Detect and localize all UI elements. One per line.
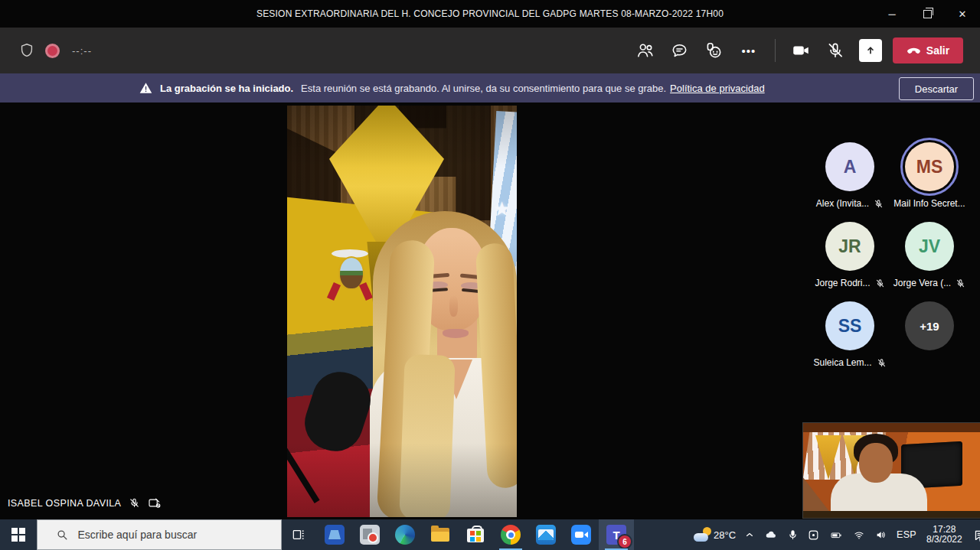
participant-name: Jorge Vera (... (893, 278, 951, 288)
window-title: SESION EXTRAORDINARIA DEL H. CONCEJO PRO… (0, 0, 980, 28)
volume-tray[interactable] (871, 519, 891, 550)
wifi-icon (852, 529, 866, 541)
camera-button[interactable] (784, 28, 818, 73)
chat-icon (670, 41, 689, 60)
toolbar-divider (775, 39, 776, 62)
flag-star: ★ (493, 197, 511, 221)
windows-logo-icon (11, 528, 25, 542)
man-face (859, 443, 893, 483)
minimize-icon: ─ (888, 8, 895, 20)
participants-button[interactable] (629, 28, 662, 73)
participant-initials: JR (838, 236, 861, 257)
participant-name: Alex (Invita... (816, 198, 869, 209)
clock[interactable]: 17:28 8/3/2022 (922, 519, 967, 550)
banner-message: Esta reunión se está grabando. Al unirse… (301, 83, 666, 94)
restore-button[interactable] (910, 0, 945, 28)
battery-icon (828, 529, 844, 541)
recording-banner: La grabación se ha iniciado. Esta reunió… (0, 73, 980, 103)
participant-avatar: JV (905, 222, 954, 271)
privacy-policy-link[interactable]: Política de privacidad (670, 83, 765, 94)
start-button[interactable] (0, 519, 37, 550)
onedrive-tray[interactable] (760, 519, 782, 550)
mic-off-icon (874, 199, 884, 209)
people-icon (635, 41, 655, 60)
action-center-button[interactable]: 2 (969, 519, 980, 550)
task-view-button[interactable] (282, 519, 315, 550)
raise-hand-icon (704, 41, 724, 60)
mic-off-icon (956, 278, 965, 288)
file-explorer-icon (430, 525, 450, 545)
chat-button[interactable] (663, 28, 695, 73)
share-button[interactable] (854, 28, 887, 73)
meeting-timer: --:-- (64, 28, 100, 73)
participant-tile[interactable]: MS Mail Info Secret... (890, 142, 969, 217)
participant-tile[interactable]: A Alex (Invita... (810, 142, 890, 217)
main-speaker-video[interactable]: ★ (287, 106, 517, 517)
search-input[interactable] (77, 528, 263, 542)
scanner-app-icon (325, 525, 345, 545)
more-options-button[interactable]: ••• (732, 28, 766, 73)
reactions-button[interactable] (697, 28, 730, 73)
participant-name: Suleica Lem... (813, 357, 871, 368)
taskbar-app-store[interactable] (458, 519, 493, 550)
network-tray[interactable] (849, 519, 869, 550)
mic-off-icon (825, 41, 845, 60)
participant-initials: SS (838, 316, 862, 337)
participant-overflow-tile[interactable]: +19 (890, 301, 969, 376)
speaker-name-overlay: ISABEL OSPINA DAVILA (8, 497, 161, 509)
shield-icon (18, 42, 35, 59)
mic-off-icon (877, 358, 887, 368)
overflow-count: +19 (920, 320, 939, 333)
participant-initials: A (844, 157, 857, 177)
dismiss-button[interactable]: Descartar (899, 77, 974, 100)
chevron-up-icon (744, 529, 755, 540)
participant-name: Mail Info Secret... (893, 198, 965, 209)
taskbar-app-zoom[interactable] (564, 519, 599, 550)
ink-workspace-tray[interactable] (804, 519, 823, 550)
hidden-icons-button[interactable] (741, 519, 758, 550)
security-button[interactable] (14, 28, 40, 73)
task-view-icon (291, 527, 306, 542)
volume-icon (874, 529, 888, 541)
taskbar-app-teams-active[interactable]: T 6 (599, 519, 634, 550)
participant-tile[interactable]: JV Jorge Vera (... (890, 222, 969, 297)
video-vignette (287, 106, 517, 517)
meeting-stage: ★ ISABEL OSPINA DAVILA A (0, 103, 980, 519)
participant-tile[interactable]: JR Jorge Rodri... (810, 222, 890, 297)
close-icon: ✕ (959, 8, 967, 20)
taskbar-search[interactable] (37, 519, 282, 550)
taskbar-app-snip[interactable] (352, 519, 387, 550)
language-indicator[interactable]: ESP (893, 519, 920, 550)
banner-title: La grabación se ha iniciado. (160, 83, 293, 94)
warning-icon (139, 82, 152, 94)
title-bar: SESION EXTRAORDINARIA DEL H. CONCEJO PRO… (0, 0, 980, 28)
mic-off-icon (875, 278, 885, 288)
speaker-name: ISABEL OSPINA DAVILA (8, 498, 121, 509)
weather-widget[interactable]: 28°C (691, 519, 739, 550)
secondary-video-tile[interactable] (802, 422, 980, 519)
taskbar-app-edge[interactable] (387, 519, 423, 550)
snip-app-icon (360, 525, 380, 545)
taskbar-app-scanner[interactable] (317, 519, 352, 550)
battery-tray[interactable] (825, 519, 847, 550)
meeting-toolbar: --:-- ••• Salir (0, 28, 980, 73)
mail-icon (536, 525, 556, 545)
taskbar-app-chrome[interactable] (493, 519, 528, 550)
ink-icon (807, 529, 820, 542)
participant-tile[interactable]: SS Suleica Lem... (810, 301, 890, 376)
recording-indicator (41, 28, 63, 73)
hangup-icon (906, 46, 921, 55)
mic-muted-button[interactable] (818, 28, 852, 73)
mic-icon (787, 529, 799, 542)
microphone-tray[interactable] (784, 519, 802, 550)
search-icon (56, 529, 69, 542)
overflow-avatar: +19 (905, 301, 954, 350)
leave-label: Salir (926, 44, 949, 57)
mic-off-icon (129, 497, 140, 509)
record-dot-icon (45, 44, 60, 58)
taskbar-app-mail[interactable] (528, 519, 564, 550)
minimize-button[interactable]: ─ (874, 0, 910, 28)
close-button[interactable]: ✕ (945, 0, 980, 28)
leave-button[interactable]: Salir (893, 37, 963, 63)
taskbar-app-explorer[interactable] (423, 519, 458, 550)
